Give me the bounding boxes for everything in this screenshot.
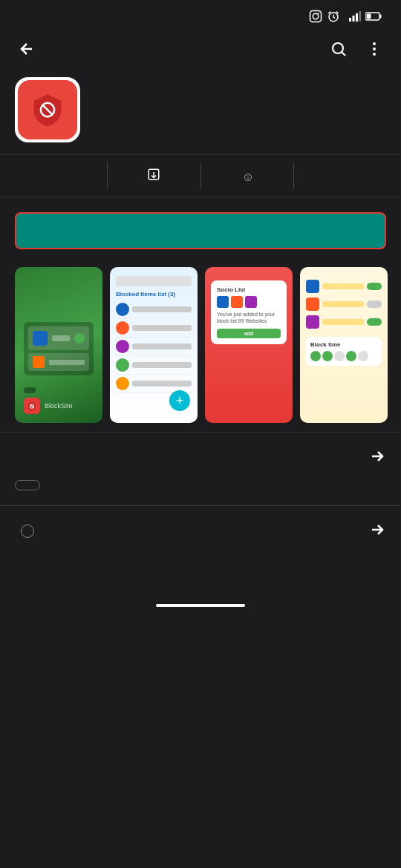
ratings-section <box>0 505 401 553</box>
app-icon-inner <box>18 80 77 139</box>
app-title-block <box>92 77 386 85</box>
screenshot-3[interactable]: Socio List You've just added to your blo… <box>205 267 293 423</box>
screenshot-3-card-title: Socio List <box>217 286 281 293</box>
sc2-dot-2 <box>116 321 129 335</box>
nav-actions <box>324 34 389 64</box>
blocksite-logo-small <box>24 398 40 414</box>
sc2-dot-1 <box>116 303 129 316</box>
svg-point-11 <box>333 43 343 53</box>
sc4-toggle-2 <box>367 300 382 308</box>
screenshot-3-icons <box>217 296 281 308</box>
screenshots-section[interactable]: BlockSite Blocked Items list (3) + <box>0 261 401 432</box>
screenshot-3-card: Socio List You've just added to your blo… <box>211 280 287 344</box>
sc4-toggle-1 <box>367 283 382 290</box>
stat-downloads <box>294 174 386 177</box>
stat-rating <box>15 174 107 177</box>
screenshot-1-bottom <box>24 387 94 393</box>
sc4-bar-1 <box>322 283 364 289</box>
svg-point-12 <box>373 42 376 45</box>
screenshot-2[interactable]: Blocked Items list (3) + <box>110 267 198 423</box>
ratings-info-button[interactable] <box>21 525 34 538</box>
svg-point-14 <box>373 53 376 56</box>
svg-rect-10 <box>367 14 371 19</box>
svg-rect-4 <box>349 18 351 22</box>
arrow-right-icon <box>368 447 386 465</box>
ratings-title-row <box>15 525 34 538</box>
screenshot-3-desc: You've just added to your block list 89 … <box>217 311 281 324</box>
sc4-icon-2 <box>306 297 319 311</box>
svg-point-1 <box>313 13 319 19</box>
sc2-line-5 <box>132 381 192 387</box>
app-header <box>0 68 401 154</box>
productivity-tag[interactable] <box>15 480 40 490</box>
screenshot-2-fab: + <box>169 390 190 411</box>
info-icon-small <box>244 173 252 182</box>
size-value <box>147 168 160 181</box>
sc4-schedule-card: Block time <box>306 337 382 366</box>
sc4-bar-2 <box>322 301 364 307</box>
sc2-dot-3 <box>116 340 129 353</box>
screenshot-1[interactable]: BlockSite <box>15 267 102 423</box>
svg-rect-7 <box>359 11 362 22</box>
home-indicator <box>156 604 245 607</box>
sc2-dot-5 <box>116 377 129 390</box>
sc4-item-1 <box>306 277 382 295</box>
sc2-line-3 <box>132 343 192 349</box>
svg-rect-5 <box>353 16 355 22</box>
screenshot-1-badge <box>24 387 36 393</box>
shield-icon <box>29 91 66 128</box>
screenshot-2-item-4 <box>116 356 192 375</box>
alarm-icon <box>327 10 340 23</box>
screenshot-4-list: Block time <box>306 277 382 366</box>
about-header <box>15 447 386 468</box>
screenshot-2-item-2 <box>116 319 192 338</box>
more-icon <box>365 40 383 58</box>
sc2-line-4 <box>132 362 192 368</box>
screenshot-2-item-3 <box>116 338 192 356</box>
sc2-line-2 <box>132 325 192 331</box>
svg-point-20 <box>248 175 249 176</box>
sc4-icon-3 <box>306 315 319 329</box>
download-icon <box>147 168 160 181</box>
svg-point-13 <box>373 47 376 50</box>
search-icon <box>330 40 348 58</box>
back-button[interactable] <box>12 34 42 64</box>
screenshot-2-item-1 <box>116 300 192 319</box>
stats-row <box>0 154 401 197</box>
sc4-time-circles <box>310 351 377 361</box>
search-button[interactable] <box>324 34 353 64</box>
screenshot-2-subtitle: Blocked Items list (3) <box>116 291 192 297</box>
sc4-icon-1 <box>306 280 319 293</box>
ratings-header <box>15 521 386 542</box>
app-icon <box>15 77 80 142</box>
status-bar <box>0 0 401 30</box>
stat-rating-age <box>201 170 293 182</box>
top-nav <box>0 30 401 68</box>
sc4-item-2 <box>306 295 382 313</box>
install-button[interactable] <box>15 212 386 249</box>
install-section <box>0 200 401 261</box>
sc2-line-1 <box>132 306 192 312</box>
bottom-spacer <box>0 553 401 598</box>
status-icons <box>309 10 386 23</box>
screenshot-4[interactable]: Block time <box>300 267 388 423</box>
signal-icon <box>349 11 361 22</box>
screenshot-1-text <box>24 276 94 322</box>
svg-rect-6 <box>356 13 358 22</box>
sc4-toggle-3 <box>367 318 382 326</box>
sc4-item-3 <box>306 313 382 331</box>
more-button[interactable] <box>359 34 389 64</box>
svg-rect-0 <box>310 11 322 22</box>
bottom-bar <box>0 598 401 616</box>
stat-size <box>108 168 200 184</box>
ratings-arrow-button[interactable] <box>368 521 386 542</box>
svg-rect-9 <box>380 15 382 19</box>
ratings-arrow-icon <box>368 521 386 539</box>
instagram-icon <box>309 10 322 23</box>
about-section <box>0 432 401 505</box>
screenshot-3-btn: add <box>217 329 281 338</box>
screenshot-2-search <box>116 276 192 286</box>
about-arrow-button[interactable] <box>368 447 386 468</box>
age-label <box>241 173 252 182</box>
sc2-dot-4 <box>116 358 129 372</box>
